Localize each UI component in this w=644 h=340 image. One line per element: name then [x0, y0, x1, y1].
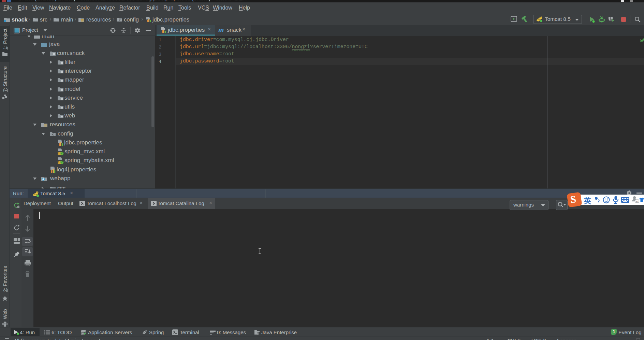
svg-text:11: 11 — [636, 200, 639, 203]
